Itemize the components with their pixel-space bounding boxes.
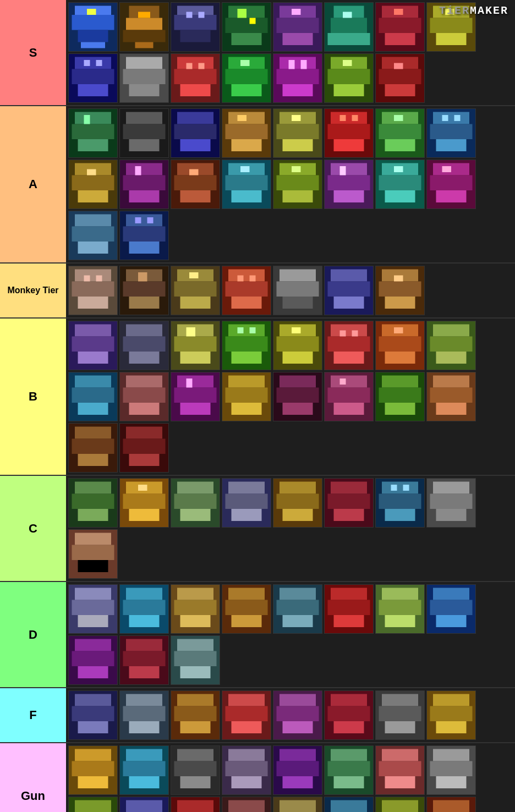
svg-rect-332 [126,588,162,600]
svg-rect-310 [331,482,367,494]
list-item [119,745,169,795]
list-item [375,321,425,370]
svg-rect-94 [180,139,211,151]
logo-tier-text: TiER [439,4,470,17]
list-item [119,108,169,158]
svg-rect-52 [126,57,162,69]
svg-rect-232 [331,325,367,337]
svg-rect-320 [433,482,469,494]
svg-rect-244 [430,337,473,352]
list-item [273,266,322,315]
list-item [68,478,118,528]
svg-rect-174 [72,282,114,297]
svg-rect-412 [177,749,213,761]
svg-rect-369 [174,651,217,667]
svg-rect-185 [174,282,217,297]
svg-rect-8 [126,18,162,30]
svg-rect-221 [228,325,265,337]
svg-rect-125 [78,190,108,202]
list-item [119,160,169,209]
svg-rect-217 [174,337,217,352]
svg-rect-420 [280,749,316,761]
svg-rect-120 [442,115,448,121]
svg-rect-136 [189,169,199,175]
svg-rect-38 [385,33,415,45]
svg-rect-214 [129,352,160,364]
svg-rect-329 [72,600,114,616]
list-item [273,745,322,795]
list-item [222,478,271,528]
svg-rect-401 [430,706,473,722]
svg-rect-316 [385,509,415,521]
svg-rect-140 [232,190,262,202]
svg-rect-314 [382,482,418,494]
svg-rect-240 [385,352,415,364]
svg-rect-318 [403,485,409,491]
svg-rect-265 [277,388,319,403]
svg-rect-404 [75,749,111,761]
svg-rect-340 [228,588,265,600]
svg-rect-436 [75,800,111,813]
list-item [171,372,220,421]
svg-rect-163 [75,215,111,227]
svg-rect-67 [280,57,316,69]
svg-rect-356 [433,588,469,600]
svg-rect-141 [240,166,250,172]
list-item [426,160,476,209]
svg-rect-34 [343,12,352,18]
svg-rect-295 [129,509,160,521]
svg-rect-257 [180,403,211,415]
list-item [119,690,169,740]
svg-rect-282 [72,439,114,454]
svg-rect-144 [277,175,319,191]
svg-rect-354 [385,615,415,627]
list-item [273,690,322,740]
svg-rect-43 [436,33,467,45]
svg-rect-225 [250,327,256,333]
svg-rect-410 [129,776,160,788]
list-item [273,321,322,370]
list-item [324,160,374,209]
svg-rect-109 [340,115,346,121]
svg-rect-201 [334,297,364,309]
list-item [171,266,220,315]
svg-rect-418 [232,776,262,788]
svg-rect-425 [328,761,370,777]
svg-rect-251 [126,376,162,388]
svg-rect-48 [78,84,108,96]
list-item [426,797,476,812]
tier-label-s: S [0,0,66,105]
svg-rect-308 [283,509,313,521]
svg-rect-275 [385,403,415,415]
list-item [324,690,374,740]
svg-rect-156 [394,166,403,172]
svg-rect-206 [394,276,403,282]
svg-rect-372 [75,694,111,706]
svg-rect-56 [177,57,213,69]
list-item [68,160,118,209]
list-item [222,321,271,370]
list-item [222,108,271,158]
svg-rect-213 [123,337,166,352]
svg-rect-93 [174,124,217,140]
svg-rect-115 [394,115,403,121]
list-item [171,321,220,370]
svg-rect-336 [177,588,213,600]
list-item [119,266,169,315]
tier-label-f: F [0,688,66,742]
svg-rect-385 [226,706,268,722]
svg-rect-278 [430,388,473,403]
svg-rect-253 [129,403,160,415]
tier-list: TiERMAKER S A [0,0,515,812]
svg-rect-268 [331,376,367,388]
svg-rect-393 [328,706,370,722]
svg-rect-287 [129,454,160,466]
svg-rect-3 [78,30,108,42]
svg-rect-283 [78,454,108,466]
list-item [426,584,476,634]
tier-row-c: C [0,476,515,582]
svg-rect-191 [232,297,262,309]
svg-rect-190 [226,282,268,297]
list-item [119,423,169,473]
svg-rect-63 [226,69,268,85]
